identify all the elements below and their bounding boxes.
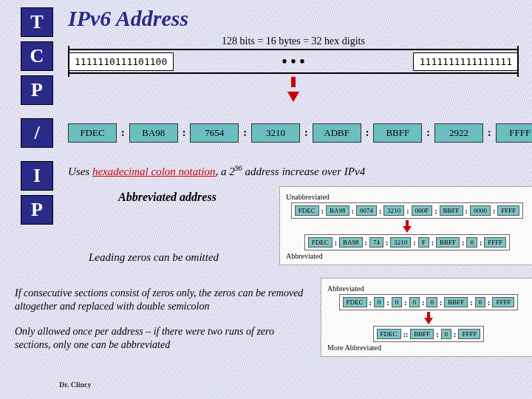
colon-icon: :	[425, 127, 432, 139]
sidebar-P2: P	[21, 195, 53, 225]
sidebar-T: T	[21, 7, 53, 37]
bits-right-segment: 1111111111111111	[413, 52, 519, 71]
hex-notation-note: Uses hexadecimal colon notation, a 296 a…	[68, 164, 365, 178]
panel-label: Abbreviated	[286, 252, 528, 260]
arrow-down-icon	[400, 220, 415, 233]
author-footer: Dr. Clincy	[59, 381, 92, 389]
once-per-address-note: Only allowed once per address – if there…	[15, 325, 310, 351]
leading-zeros-note: Leading zeros can be omitted	[89, 251, 219, 264]
hex-box: ADBF	[313, 123, 361, 143]
sidebar-I: I	[21, 161, 53, 191]
bits-ellipsis: • • •	[174, 53, 413, 70]
colon-icon: :	[486, 127, 493, 139]
arrow-down-icon	[282, 77, 304, 102]
colon-icon: :	[303, 127, 310, 139]
bits-diagram: 128 bits = 16 bytes = 32 hex digits 1111…	[68, 35, 519, 105]
panel-row: FDEC: 0: 0: 0: 0: BBFF: 0: FFFF	[339, 294, 519, 310]
bits-caption: 128 bits = 16 bytes = 32 hex digits	[68, 35, 519, 47]
bits-left-segment: 1111110111101100	[68, 52, 174, 71]
colon-icon: :	[181, 127, 188, 139]
colon-icon: :	[364, 127, 371, 139]
panel-label: More Abbreviated	[327, 344, 530, 352]
abbrev-panel-2: Abbreviated FDEC: 0: 0: 0: 0: BBFF: 0: F…	[321, 278, 532, 357]
hex-box: 3210	[251, 123, 300, 143]
hex-box: FDEC	[68, 123, 117, 143]
hex-box: 2922	[434, 123, 483, 143]
abbrev-panel-1: Unabbreviated FDEC: BA98: 0074: 3210: 00…	[279, 186, 532, 265]
sidebar: T C P / I P	[21, 7, 53, 225]
hex-box: 7654	[190, 123, 239, 143]
panel-row: FDEC: BA98: 74: 3210: F: BBFF: 0: FFFF	[304, 234, 511, 250]
colon-icon: :	[120, 127, 126, 139]
panel-row: FDEC: BA98: 0074: 3210: 000F: BBFF: 0000…	[291, 202, 524, 219]
hex-box: BBFF	[373, 123, 422, 143]
sidebar-C: C	[21, 41, 53, 71]
sidebar-P: P	[21, 75, 53, 105]
hex-box: BA98	[129, 123, 178, 143]
consecutive-zeros-note: If consecutive sections consist of zeros…	[15, 287, 310, 313]
panel-label: Abbreviated	[327, 284, 530, 293]
hex-box: FFFF	[496, 123, 532, 143]
page-title: IPv6 Address	[68, 6, 188, 31]
hex-groups-row: FDEC : BA98 : 7654 : 3210 : ADBF : BBFF …	[68, 123, 519, 143]
colon-icon: :	[242, 127, 248, 139]
panel-label: Unabbreviated	[286, 193, 528, 201]
abbreviated-heading: Abbreviated address	[118, 191, 216, 204]
arrow-down-icon	[421, 312, 436, 324]
sidebar-slash: /	[21, 118, 53, 148]
panel-row: FDEC :: BBFF: 0: FFFF	[373, 326, 485, 342]
